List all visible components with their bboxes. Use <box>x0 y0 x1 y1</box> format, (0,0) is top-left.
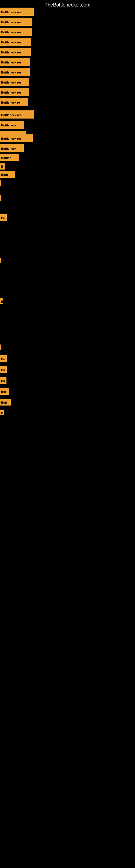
bar-item-6: Bottleneck res <box>0 68 30 76</box>
bar-item-9: Bottleneck re <box>0 98 28 106</box>
bar-label-1: Bottleneck resu <box>0 18 32 26</box>
bar-label-22: B <box>0 299 3 304</box>
bar-item-2: Bottleneck res <box>0 28 32 36</box>
bar-label-6: Bottleneck res <box>0 68 30 76</box>
bar-label-14: Bottleneck <box>0 144 24 152</box>
bar-item-25: Bo <box>0 366 7 373</box>
bar-item-8: Bottleneck res <box>0 88 29 96</box>
bar-line-21 <box>0 258 1 263</box>
bar-item-14: Bottleneck <box>0 144 24 152</box>
bar-item-27: Bot <box>0 388 9 395</box>
bar-item-24: Bo <box>0 355 7 362</box>
bar-item-22: B <box>0 299 3 304</box>
bar-item-1: Bottleneck resu <box>0 18 32 26</box>
bar-line-19 <box>0 195 1 201</box>
bar-item-18 <box>0 180 1 186</box>
bar-label-2: Bottleneck res <box>0 28 32 36</box>
bar-label-29: B <box>0 410 4 415</box>
bar-label-4: Bottleneck res <box>0 48 31 56</box>
bar-item-28: Bott <box>0 399 11 405</box>
bar-label-11: Bottleneck <box>0 121 24 129</box>
bar-item-29: B <box>0 410 4 415</box>
bar-line-18 <box>0 180 1 186</box>
bar-label-8: Bottleneck res <box>0 88 29 96</box>
bar-label-15: Bottlen <box>0 154 19 161</box>
bar-label-24: Bo <box>0 355 7 362</box>
bar-item-17: Bottl <box>0 171 15 178</box>
bar-label-26: Bo <box>0 377 6 384</box>
bar-label-16: B <box>0 163 5 169</box>
bar-label-17: Bottl <box>0 171 15 178</box>
bar-label-25: Bo <box>0 366 7 373</box>
bar-item-20: Bo <box>0 214 7 221</box>
bar-item-23 <box>0 344 1 350</box>
bar-item-0: Bottleneck res <box>0 8 34 16</box>
bar-label-9: Bottleneck re <box>0 98 28 106</box>
bar-item-19 <box>0 195 1 201</box>
bar-item-7: Bottleneck res <box>0 78 29 86</box>
bar-item-3: Bottleneck res <box>0 38 31 46</box>
bar-item-4: Bottleneck res <box>0 48 31 56</box>
bar-label-28: Bott <box>0 399 11 405</box>
bar-label-10: Bottleneck res <box>0 111 34 119</box>
bar-line-23 <box>0 344 1 350</box>
bar-label-5: Bottleneck res <box>0 58 30 66</box>
bar-item-13: Bottleneck res <box>0 134 33 142</box>
bar-label-20: Bo <box>0 214 7 221</box>
bar-item-26: Bo <box>0 377 6 384</box>
bar-item-21 <box>0 258 1 263</box>
bar-item-15: Bottlen <box>0 154 19 161</box>
bar-item-11: Bottleneck <box>0 121 24 129</box>
bar-label-27: Bot <box>0 388 9 395</box>
bar-label-0: Bottleneck res <box>0 8 34 16</box>
bar-item-16: B <box>0 163 5 169</box>
bar-item-5: Bottleneck res <box>0 58 30 66</box>
bar-label-13: Bottleneck res <box>0 134 33 142</box>
bar-label-7: Bottleneck res <box>0 78 29 86</box>
bar-label-3: Bottleneck res <box>0 38 31 46</box>
bar-item-10: Bottleneck res <box>0 111 34 119</box>
